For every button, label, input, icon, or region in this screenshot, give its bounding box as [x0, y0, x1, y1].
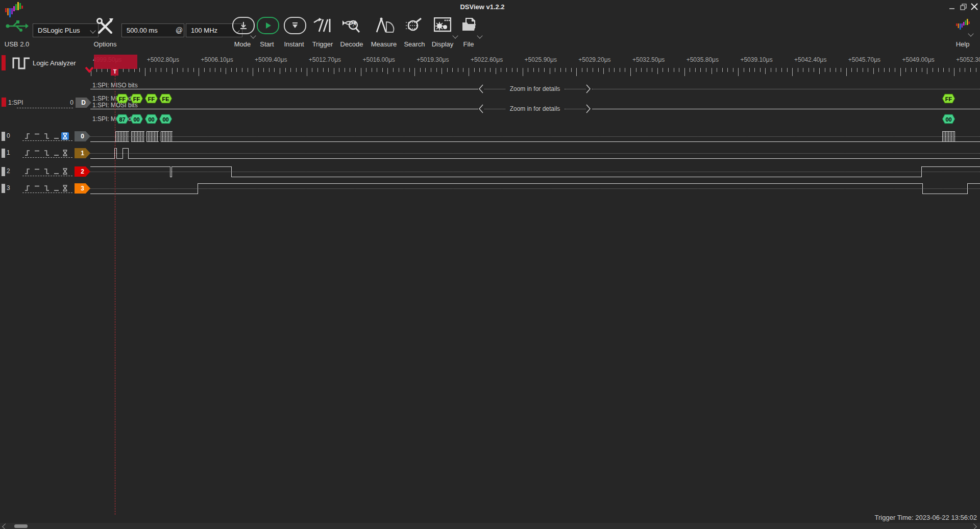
start-button[interactable]	[257, 17, 279, 34]
channel-index-block	[2, 149, 5, 158]
help-logo-icon[interactable]	[955, 18, 970, 31]
trigger-label: Trigger	[312, 40, 333, 48]
decode-icon[interactable]: ?	[342, 17, 362, 34]
trigger-low-edge-icon[interactable]	[53, 132, 60, 140]
search-label: Search	[404, 40, 425, 48]
trigger-low-edge-icon[interactable]	[53, 167, 60, 175]
ruler-minor-tick	[949, 68, 949, 72]
display-chevron-icon[interactable]	[452, 33, 458, 38]
ruler-minor-tick	[836, 68, 836, 72]
decoded-value-hex[interactable]: FF	[145, 94, 158, 104]
mode-chevron-icon[interactable]	[250, 33, 256, 38]
decoded-value-hex[interactable]: FE	[159, 94, 172, 104]
trigger-any-edge-icon[interactable]	[61, 132, 69, 140]
ruler-minor-tick	[183, 68, 183, 72]
ruler-time-label: +5045.70μs	[848, 56, 880, 63]
trigger-fall-edge-icon[interactable]	[43, 167, 51, 175]
ruler-minor-tick	[382, 68, 383, 72]
trigger-low-edge-icon[interactable]	[53, 149, 60, 157]
file-icon[interactable]	[461, 16, 478, 33]
wave-segment	[955, 141, 980, 142]
ruler-minor-tick	[355, 68, 356, 72]
ruler-minor-tick	[674, 68, 674, 72]
ruler-minor-tick	[550, 68, 550, 74]
ruler-minor-tick	[442, 68, 442, 74]
trigger-any-edge-icon[interactable]	[61, 184, 69, 192]
device-select[interactable]: DSLogic PLus	[33, 23, 99, 37]
display-icon[interactable]	[434, 17, 451, 33]
ruler-minor-tick	[798, 68, 798, 72]
ruler-minor-tick	[301, 68, 302, 72]
ruler-minor-tick	[830, 68, 830, 72]
options-icon[interactable]	[96, 17, 115, 36]
help-chevron-icon[interactable]	[968, 31, 973, 36]
ruler-minor-tick	[722, 68, 723, 72]
logic-analyzer-label: Logic Analyzer	[33, 59, 76, 67]
ruler-minor-tick	[528, 68, 528, 72]
channel-tag[interactable]: 0	[75, 131, 90, 141]
mode-button[interactable]	[232, 17, 255, 34]
decoded-value-hex[interactable]: FF	[130, 94, 143, 104]
ruler-minor-tick	[911, 68, 912, 72]
ruler-minor-tick	[512, 68, 512, 72]
ruler-time-label: +5022.60μs	[471, 56, 503, 63]
trigger-icon[interactable]	[312, 17, 332, 34]
restore-button[interactable]	[959, 2, 968, 11]
channel-tag[interactable]: 2	[75, 166, 90, 177]
trigger-rise-edge-icon[interactable]	[23, 149, 31, 157]
measure-icon[interactable]	[374, 17, 395, 34]
trigger-rise-edge-icon[interactable]	[23, 167, 31, 175]
ruler-time-label: +5035.80μs	[687, 56, 719, 63]
channel-tag[interactable]: 3	[75, 183, 90, 194]
wave-segment	[90, 166, 170, 167]
wave-segment	[128, 158, 980, 159]
file-chevron-icon[interactable]	[477, 33, 482, 38]
ruler-major-tick	[253, 68, 253, 76]
decoder-bits-line	[90, 109, 478, 109]
trigger-arrow-icon[interactable]	[85, 66, 94, 73]
trigger-fall-edge-icon[interactable]	[43, 132, 51, 140]
channel-tag[interactable]: 1	[75, 148, 90, 158]
measure-label: Measure	[371, 40, 397, 48]
ruler-minor-tick	[587, 68, 587, 72]
trigger-fall-edge-icon[interactable]	[43, 149, 51, 157]
ruler-minor-tick	[609, 68, 609, 72]
minimize-button[interactable]	[947, 2, 957, 11]
trigger-any-edge-icon[interactable]	[61, 167, 69, 175]
ruler-minor-tick	[258, 68, 259, 72]
decoded-value-hex[interactable]: 00	[942, 114, 955, 124]
scrollbar-thumb[interactable]	[14, 524, 28, 528]
ruler-time-label: +5032.50μs	[632, 56, 665, 63]
ruler-minor-tick	[970, 68, 971, 72]
trigger-any-edge-icon[interactable]	[61, 149, 69, 157]
trigger-rise-edge-icon[interactable]	[23, 132, 31, 140]
trigger-fall-edge-icon[interactable]	[43, 184, 51, 192]
wave-segment	[922, 194, 967, 194]
decoded-value-hex[interactable]: 00	[130, 114, 143, 124]
instant-button[interactable]	[284, 17, 306, 34]
decoded-value-hex[interactable]: FF	[116, 94, 129, 104]
spi-decoder-tag[interactable]: D	[76, 98, 91, 108]
trigger-low-edge-icon[interactable]	[53, 184, 60, 192]
close-button[interactable]	[970, 2, 979, 11]
search-icon[interactable]	[405, 17, 424, 34]
decoded-value-hex[interactable]: 00	[145, 114, 158, 124]
horizontal-scrollbar[interactable]	[0, 523, 980, 529]
trigger-high-edge-icon[interactable]	[33, 167, 41, 175]
decoded-value-hex[interactable]: 87	[116, 114, 129, 124]
zoom-note: Zoom in for details	[507, 105, 562, 112]
trigger-high-edge-icon[interactable]	[33, 132, 41, 140]
decoded-value-text: 00	[131, 115, 142, 124]
trigger-cursor-line[interactable]	[115, 76, 115, 515]
decoded-value-hex[interactable]: 00	[159, 114, 172, 124]
decoded-value-hex[interactable]: FF	[942, 94, 955, 104]
trigger-flag[interactable]	[94, 55, 137, 69]
wave-segment	[172, 166, 231, 167]
spi-color-block[interactable]	[2, 98, 6, 107]
trigger-rise-edge-icon[interactable]	[23, 184, 31, 192]
trigger-high-edge-icon[interactable]	[33, 184, 41, 192]
sample-duration-select[interactable]: 500.00 ms	[121, 23, 184, 37]
trigger-high-edge-icon[interactable]	[33, 149, 41, 157]
ruler-minor-tick	[447, 68, 448, 72]
ruler-minor-tick	[889, 68, 890, 72]
